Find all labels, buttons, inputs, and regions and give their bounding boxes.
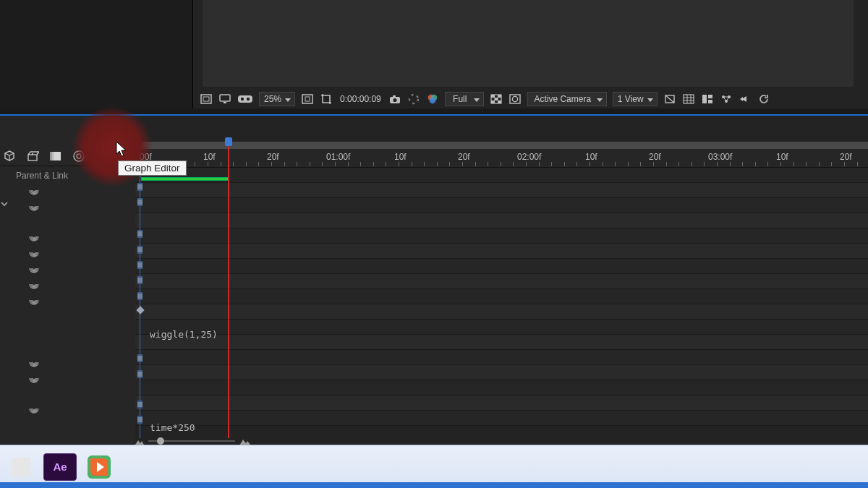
track-row[interactable] — [135, 244, 868, 259]
camera-dropdown[interactable]: Active Camera — [527, 92, 607, 106]
layer-in-handle[interactable] — [137, 401, 142, 408]
layer-in-handle[interactable] — [137, 246, 142, 254]
taskbar-app-after-effects[interactable]: Ae — [43, 453, 77, 481]
svg-rect-26 — [684, 95, 694, 103]
playhead-handle[interactable] — [225, 137, 232, 146]
ruler-tick: 02:00f — [517, 152, 541, 162]
camera-icon[interactable] — [388, 92, 401, 106]
layer-in-handle[interactable] — [137, 198, 142, 206]
graph-editor-icon[interactable] — [106, 150, 119, 163]
svg-rect-40 — [28, 155, 37, 160]
svg-rect-41 — [32, 153, 33, 155]
ruler-tick: 20f — [649, 152, 661, 162]
ruler-tick: 10f — [585, 152, 597, 162]
ruler-tick: 20f — [458, 152, 470, 162]
svg-rect-47 — [106, 150, 118, 160]
track-row[interactable] — [135, 411, 868, 426]
svg-line-39 — [726, 97, 729, 101]
ruler-tick: 20f — [840, 152, 852, 162]
channel-icon[interactable] — [426, 92, 439, 106]
crop-icon[interactable] — [320, 92, 333, 106]
draft-3d-icon[interactable] — [26, 150, 39, 163]
expression-pickwhip-icon[interactable] — [27, 184, 41, 197]
track-row[interactable] — [135, 350, 868, 365]
layer-in-handle[interactable] — [137, 416, 142, 424]
transparency-grid-icon[interactable] — [490, 92, 503, 106]
track-row[interactable] — [135, 380, 868, 395]
track-row[interactable] — [135, 304, 868, 320]
svg-point-15 — [429, 98, 435, 104]
fast-previews-icon[interactable] — [739, 92, 752, 106]
ruler-tick: 01:00f — [326, 152, 350, 162]
track-row[interactable] — [135, 259, 868, 274]
expression-pickwhip-icon[interactable] — [27, 262, 41, 275]
track-row[interactable] — [135, 395, 868, 411]
layer-in-handle[interactable] — [137, 276, 142, 284]
time-ruler[interactable]: 00f10f20f01:00f10f20f02:00f10f20f03:00f1… — [135, 149, 868, 168]
composition-viewer[interactable] — [203, 0, 854, 87]
expression-time[interactable]: time*250 — [150, 422, 195, 433]
expression-pickwhip-icon[interactable] — [27, 278, 41, 291]
guides-icon[interactable] — [682, 92, 695, 106]
layer-duration-bar[interactable] — [141, 177, 229, 181]
mask-icon[interactable] — [509, 92, 522, 106]
svg-point-46 — [77, 154, 81, 158]
project-panel-fragment — [0, 0, 193, 108]
expression-pickwhip-icon[interactable] — [27, 356, 41, 369]
track-row[interactable] — [135, 320, 868, 335]
motion-blur-icon[interactable] — [49, 150, 62, 163]
track-row[interactable] — [135, 335, 868, 350]
color-management-icon[interactable] — [407, 92, 420, 106]
expression-pickwhip-icon[interactable] — [27, 294, 41, 307]
track-row[interactable] — [135, 365, 868, 380]
3d-renderer-icon[interactable] — [3, 150, 16, 163]
work-area-bar[interactable] — [135, 142, 868, 149]
expression-pickwhip-icon[interactable] — [27, 230, 41, 243]
camera-value: Active Camera — [534, 94, 591, 104]
magnification-dropdown[interactable]: 25% — [259, 92, 295, 106]
vr-goggles-icon[interactable] — [237, 92, 253, 106]
layer-in-handle[interactable] — [137, 354, 142, 362]
track-row[interactable] — [135, 183, 868, 198]
frame-blending-icon[interactable] — [72, 150, 85, 163]
zoom-knob[interactable] — [157, 437, 164, 445]
layer-in-handle[interactable] — [137, 292, 142, 300]
windows-taskbar: Ae — [0, 445, 868, 488]
taskbar-app-generic[interactable] — [4, 453, 38, 481]
layer-in-handle[interactable] — [137, 183, 142, 191]
timeline-left-columns: Parent & Link — [0, 116, 135, 445]
shy-dropdown-icon[interactable] — [0, 200, 9, 208]
timeline-tracks-area[interactable]: 00f10f20f01:00f10f20f02:00f10f20f03:00f1… — [135, 116, 868, 445]
reset-exposure-icon[interactable] — [663, 92, 676, 106]
track-row[interactable] — [135, 274, 868, 289]
pixel-aspect-icon[interactable] — [720, 92, 733, 106]
expression-pickwhip-icon[interactable] — [27, 372, 41, 385]
expression-wiggle[interactable]: wiggle(1,25) — [150, 329, 218, 340]
ruler-tick: 10f — [394, 152, 407, 162]
layer-in-handle[interactable] — [137, 230, 142, 238]
expression-pickwhip-icon[interactable] — [27, 246, 41, 259]
layer-in-handle[interactable] — [137, 261, 142, 269]
svg-rect-21 — [498, 100, 501, 103]
track-row[interactable] — [135, 168, 868, 183]
svg-rect-20 — [491, 100, 495, 103]
playhead-line[interactable] — [228, 142, 229, 438]
svg-rect-8 — [305, 97, 310, 101]
track-row[interactable] — [135, 289, 868, 304]
taskbar-app-camtasia[interactable] — [82, 453, 116, 481]
region-icon[interactable] — [301, 92, 314, 106]
track-row[interactable] — [135, 213, 868, 228]
refresh-icon[interactable] — [757, 92, 770, 106]
track-row[interactable] — [135, 228, 868, 244]
expression-pickwhip-icon[interactable] — [27, 200, 41, 213]
resolution-dropdown[interactable]: Full — [445, 92, 484, 106]
expression-pickwhip-icon[interactable] — [27, 402, 41, 415]
grid-icon[interactable] — [200, 92, 213, 106]
layer-in-handle[interactable] — [137, 370, 142, 378]
current-timecode[interactable]: 0:00:00:09 — [339, 94, 383, 104]
track-row[interactable] — [135, 198, 868, 213]
ruler-tick: 10f — [203, 152, 216, 162]
monitor-icon[interactable] — [218, 92, 231, 106]
views-dropdown[interactable]: 1 View — [613, 92, 658, 106]
tile-icon[interactable] — [701, 92, 714, 106]
